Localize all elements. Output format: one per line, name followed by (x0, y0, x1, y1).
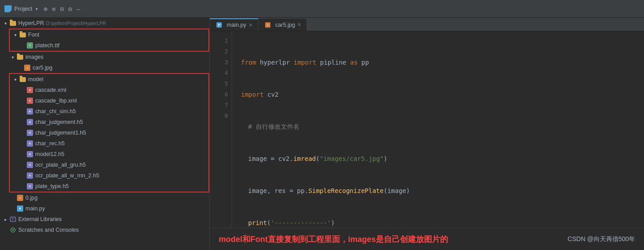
collapse-icon[interactable]: ⊟ (60, 5, 64, 12)
project-icon (4, 5, 12, 12)
title-bar: Project ▾ ⊕ ≡ ⊟ ⚙ — (0, 0, 644, 18)
sidebar-item-char-chi[interactable]: H char_chi_sim.h5 (10, 106, 208, 117)
code-content[interactable]: · from hyperlpr import pipline as pp imp… (232, 31, 644, 228)
sidebar-item-ocr-gru[interactable]: H ocr_plate_all_gru.h5 (10, 160, 208, 170)
file-label: platech.ttf (35, 42, 59, 49)
sidebar-item-cascade-xml[interactable]: X cascade.xml (10, 85, 208, 95)
code-line-1: · from hyperlpr import pipline as pp (241, 57, 644, 68)
tab-jpg-icon: J (264, 22, 272, 28)
ttf-icon: T (26, 42, 34, 49)
lib-icon (9, 216, 17, 222)
sidebar-item-font[interactable]: Font (10, 29, 208, 40)
folder-label: model (28, 76, 43, 82)
folder-icon (19, 32, 27, 38)
sidebar-item-char-rec[interactable]: H char_rec.h5 (10, 138, 208, 149)
file-label: 0.jpg (25, 195, 37, 201)
project-dropdown-arrow[interactable]: ▾ (35, 6, 38, 12)
file-label: ocr_plate_all_w_rnn_2.h5 (35, 172, 99, 179)
tab-bar: P main.py ✕ J car5.jpg ✕ (210, 18, 644, 31)
list-icon[interactable]: ≡ (52, 5, 55, 12)
h5-icon: H (26, 162, 34, 168)
h5-icon: H (26, 183, 34, 189)
sidebar-item-images[interactable]: images (0, 52, 209, 62)
line-numbers: 1 2 3 4 5 6 7 8 (210, 31, 232, 228)
sidebar-item-model12[interactable]: H model12.h5 (10, 149, 208, 160)
svg-rect-0 (10, 217, 16, 221)
py-icon: P (16, 205, 24, 212)
tree-arrow (2, 217, 9, 222)
tab-close-mainpy[interactable]: ✕ (249, 22, 253, 28)
sidebar-item-mainpy[interactable]: P main.py (0, 203, 209, 214)
scratches-label: Scratches and Consoles (18, 227, 79, 233)
code-line-6: print('--------------') (241, 217, 644, 228)
tab-car5jpg[interactable]: J car5.jpg ✕ (258, 18, 307, 31)
bottom-bar: model和Font直接复制到工程里面，images是自己创建放图片的 CSDN… (210, 228, 644, 250)
file-label: cascade_lbp.xml (35, 98, 77, 104)
sidebar-item-plate-type[interactable]: H plate_type.h5 (10, 181, 208, 192)
h5-icon: H (26, 108, 34, 115)
watermark: CSDN @向天再借500年 (568, 235, 635, 243)
tab-py-icon: P (215, 22, 223, 28)
sidebar-item-char-judgement[interactable]: H char_judgement.h5 (10, 117, 208, 127)
h5-icon: H (26, 172, 34, 179)
file-label: plate_type.h5 (35, 183, 69, 189)
folder-icon (19, 76, 27, 82)
sidebar-item-char-judgement1[interactable]: H char_judgement1.h5 (10, 127, 208, 138)
sidebar-item-platech[interactable]: T platech.ttf (10, 40, 208, 51)
tab-mainpy[interactable]: P main.py ✕ (210, 18, 258, 31)
file-label: main.py (25, 205, 45, 212)
settings-icon[interactable]: ⚙ (68, 5, 72, 12)
sidebar-item-external-libs[interactable]: External Libraries (0, 214, 209, 225)
tab-car5jpg-label: car5.jpg (275, 22, 295, 28)
h5-icon: H (26, 130, 34, 136)
tab-mainpy-label: main.py (227, 22, 246, 28)
sidebar-item-cascade-lbp[interactable]: X cascade_lbp.xml (10, 95, 208, 106)
project-sidebar[interactable]: HyperLPR D:\pythonProject\HyperLPR Font … (0, 18, 210, 250)
file-label: char_judgement.h5 (35, 119, 83, 125)
scratch-icon (9, 227, 17, 233)
h5-icon: H (26, 119, 34, 125)
file-label: car5.jpg (33, 65, 52, 71)
svg-point-4 (12, 229, 14, 231)
jpg-icon: J (23, 65, 31, 71)
tab-close-car5jpg[interactable]: ✕ (297, 22, 301, 28)
sidebar-item-scratches[interactable]: Scratches and Consoles (0, 225, 209, 235)
minimize-icon[interactable]: — (76, 5, 80, 12)
folder-label: HyperLPR (18, 20, 44, 26)
code-line-3: # 自行修改文件名 (241, 121, 644, 132)
code-editor[interactable]: 1 2 3 4 5 6 7 8 · from hyperlpr import p… (210, 31, 644, 228)
h5-icon: H (26, 140, 34, 147)
code-line-4: image = cv2.imread("images/car5.jpg") (241, 153, 644, 164)
annotation-text: model和Font直接复制到工程里面，images是自己创建放图片的 (219, 234, 448, 245)
main-layout: HyperLPR D:\pythonProject\HyperLPR Font … (0, 18, 644, 250)
sidebar-item-0jpg[interactable]: J 0.jpg (0, 193, 209, 203)
file-label: ocr_plate_all_gru.h5 (35, 162, 86, 168)
file-label: char_rec.h5 (35, 140, 65, 147)
sidebar-item-ocr-rnn[interactable]: H ocr_plate_all_w_rnn_2.h5 (10, 170, 208, 181)
xml-icon: X (26, 87, 34, 93)
editor-area: P main.py ✕ J car5.jpg ✕ 1 2 3 4 5 6 7 8 (210, 18, 644, 250)
code-line-2: import cv2 (241, 89, 644, 100)
folder-label: Font (28, 32, 39, 38)
folder-icon (9, 20, 17, 26)
sidebar-item-car5jpg[interactable]: J car5.jpg (0, 62, 209, 73)
sidebar-item-model[interactable]: model (10, 74, 208, 85)
xml-icon: X (26, 98, 34, 104)
jpg-icon: J (16, 195, 24, 201)
add-icon[interactable]: ⊕ (44, 5, 47, 12)
folder-label: External Libraries (18, 216, 62, 222)
sidebar-item-hyperlpr[interactable]: HyperLPR D:\pythonProject\HyperLPR (0, 18, 209, 29)
folder-label: images (25, 54, 43, 60)
title-bar-left: Project ▾ ⊕ ≡ ⊟ ⚙ — (0, 5, 210, 12)
file-label: cascade.xml (35, 87, 66, 93)
title-icons: ⊕ ≡ ⊟ ⚙ — (41, 5, 83, 12)
file-label: model12.h5 (35, 151, 64, 157)
file-label: char_judgement1.h5 (35, 130, 86, 136)
project-label: Project (14, 5, 32, 12)
tree-arrow (12, 77, 19, 82)
tree-arrow (2, 21, 9, 26)
h5-icon: H (26, 151, 34, 157)
tree-arrow (9, 55, 16, 60)
code-line-5: image, res = pp.SimpleRecognizePlate(ima… (241, 185, 644, 196)
tree-arrow (12, 33, 19, 37)
